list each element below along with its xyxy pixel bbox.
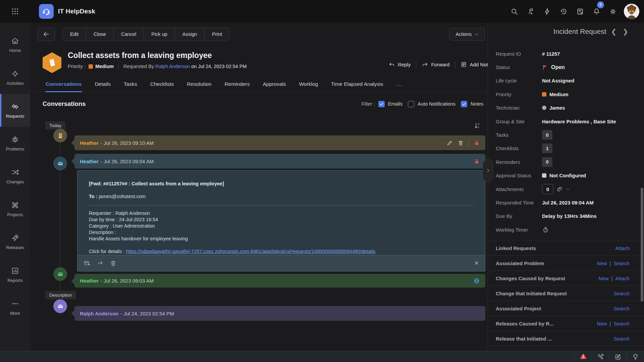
sent-email-avatar-icon — [53, 267, 67, 281]
tab-checklists[interactable]: Checklists — [150, 79, 174, 92]
sidebar-item-changes[interactable]: Changes — [0, 160, 30, 192]
assign-button[interactable]: Assign — [175, 28, 205, 41]
tab-approvals[interactable]: Approvals — [263, 79, 286, 92]
search-icon[interactable] — [506, 3, 523, 20]
back-button[interactable] — [37, 27, 55, 41]
edit-note-icon[interactable] — [446, 140, 453, 146]
reply-button[interactable]: Reply — [383, 61, 416, 68]
stopwatch-icon[interactable] — [542, 226, 549, 233]
conversations-title: Conversations — [43, 100, 86, 108]
filter-emails-checkbox[interactable] — [378, 101, 385, 107]
print-button[interactable]: Print — [205, 28, 229, 41]
tab-reminders[interactable]: Reminders — [225, 79, 250, 92]
translate-icon[interactable]: Z A — [592, 351, 609, 362]
main-content: Edit Close Cancel Pick up Assign Print A… — [30, 23, 488, 351]
changes-caused-new-link[interactable]: New — [599, 276, 609, 281]
request-details-link[interactable]: https://sdpodgayathri.gayathri-7257.csez… — [126, 249, 375, 254]
edit-button[interactable]: Edit — [63, 28, 86, 41]
detail-row-request-id: Request ID # 11257 — [488, 47, 644, 60]
bell-icon[interactable]: 6 — [588, 3, 605, 20]
delete-note-icon[interactable] — [458, 140, 464, 146]
email-subject: [Fwd: ##11257## : Collect assets from a … — [89, 181, 474, 187]
tab-time-elapsed-analysis[interactable]: Time Elapsed Analysis — [331, 79, 383, 92]
notification-badge: 6 — [597, 1, 604, 8]
detail-row-tasks: Tasks 0 — [488, 128, 644, 141]
collapse-email-icon[interactable]: ✕ — [474, 260, 479, 267]
change-initiated-search-link[interactable]: Search — [613, 291, 630, 296]
tab-tasks[interactable]: Tasks — [124, 79, 137, 92]
detail-row-group-site: Group & Site Hardware Problems , Base Si… — [488, 115, 644, 128]
associated-problem-new-link[interactable]: New — [597, 260, 607, 266]
compose-feedback-icon[interactable] — [609, 351, 627, 362]
svg-text:A: A — [478, 122, 480, 125]
filter-notes-checkbox[interactable] — [461, 101, 467, 107]
forward-mail-icon[interactable] — [97, 260, 104, 267]
next-request-icon[interactable]: ❯ — [621, 27, 630, 36]
sidebar-item-activities[interactable]: Activities — [0, 61, 30, 94]
it-helpdesk-app: IT HelpDesk — [0, 0, 644, 362]
linked-items-rows: Linked Requests Attach Associated Proble… — [488, 241, 644, 346]
reply-mail-icon[interactable] — [84, 260, 91, 267]
conversation-entry-note[interactable]: Heather - Jul 26, 2023 09:10 AM — [74, 135, 485, 150]
headset-logo-icon[interactable] — [39, 4, 54, 19]
changes-caused-row: Changes Caused by Request New | Attach — [488, 271, 644, 286]
user-avatar[interactable] — [624, 4, 639, 19]
sidebar-item-projects[interactable]: Projects — [0, 192, 30, 225]
tabs-overflow[interactable]: ... — [396, 79, 402, 92]
panel-collapse-handle[interactable] — [483, 159, 493, 182]
email-detail-line: Requester : Ralph Anderson — [89, 210, 474, 217]
tasks-count-badge[interactable]: 0 — [542, 130, 552, 140]
private-lock-icon — [474, 158, 480, 165]
request-tabs: Conversations Details Tasks Checklists R… — [30, 79, 488, 92]
associated-project-search-link[interactable]: Search — [613, 306, 630, 311]
panel-scrollbar[interactable] — [641, 188, 643, 302]
paperclip-icon[interactable] — [556, 186, 563, 192]
previous-request-icon[interactable]: ❮ — [609, 27, 618, 36]
sidebar-item-home[interactable]: Home — [0, 28, 30, 61]
sidebar: Home Activities Requests Problems — [0, 23, 30, 351]
email-footer-toolbar: ✕ — [77, 255, 485, 272]
changes-caused-attach-link[interactable]: Attach — [615, 276, 630, 281]
globe-icon[interactable] — [473, 278, 480, 284]
releases-caused-search-link[interactable]: Search — [613, 321, 630, 326]
task-list-icon[interactable] — [572, 3, 588, 20]
sidebar-item-requests[interactable]: Requests — [0, 94, 30, 127]
add-note-button[interactable]: Add Note — [455, 61, 491, 68]
actions-dropdown[interactable]: Actions — [449, 28, 485, 41]
reminders-count-badge[interactable]: 0 — [542, 157, 552, 167]
conversation-entry-sent[interactable]: Heather - Jul 26, 2023 09:03 AM — [74, 274, 485, 288]
conversation-entry-description[interactable]: Ralph Anderson - Jul 24, 2023 02:54 PM — [74, 306, 485, 321]
forward-button[interactable]: Forward — [416, 61, 455, 68]
conversation-entry-email[interactable]: Heather - Jul 26, 2023 09:04 AM — [74, 154, 485, 169]
delete-mail-icon[interactable] — [110, 260, 117, 267]
apps-grid-icon[interactable] — [0, 7, 30, 15]
bolt-icon[interactable] — [539, 3, 555, 20]
gear-icon[interactable] — [605, 3, 621, 20]
alert-warning-icon[interactable] — [574, 351, 592, 362]
history-icon[interactable] — [555, 3, 572, 20]
pickup-button[interactable]: Pick up — [144, 28, 175, 41]
checklists-count-badge[interactable]: 1 — [542, 143, 552, 153]
lightbulb-icon[interactable] — [627, 351, 644, 362]
linked-requests-row: Linked Requests Attach — [488, 241, 644, 256]
requester-link[interactable]: Ralph Anderson — [155, 64, 190, 69]
release-initiated-search-link[interactable]: Search — [613, 336, 630, 342]
sidebar-item-more[interactable]: More — [0, 291, 30, 324]
tab-resolution[interactable]: Resolution — [187, 79, 211, 92]
sidebar-item-problems[interactable]: Problems — [0, 127, 30, 160]
tab-conversations[interactable]: Conversations — [46, 79, 82, 92]
sort-icon[interactable]: A Z — [474, 122, 481, 129]
svg-text:Z: Z — [598, 354, 600, 357]
sidebar-item-reports[interactable]: Reports — [0, 258, 30, 291]
filter-auto-notifications-checkbox[interactable] — [408, 101, 414, 107]
ticket-add-icon[interactable] — [523, 3, 539, 20]
tab-worklog[interactable]: Worklog — [299, 79, 318, 92]
releases-caused-new-link[interactable]: New — [597, 321, 607, 326]
close-button[interactable]: Close — [86, 28, 114, 41]
tab-details[interactable]: Details — [95, 79, 111, 92]
cancel-button[interactable]: Cancel — [114, 28, 144, 41]
sidebar-item-releases[interactable]: Releases — [0, 225, 30, 258]
linked-requests-attach-link[interactable]: Attach — [615, 245, 630, 251]
associated-problem-search-link[interactable]: Search — [613, 260, 630, 266]
attachments-chevron-icon[interactable] — [566, 187, 570, 191]
